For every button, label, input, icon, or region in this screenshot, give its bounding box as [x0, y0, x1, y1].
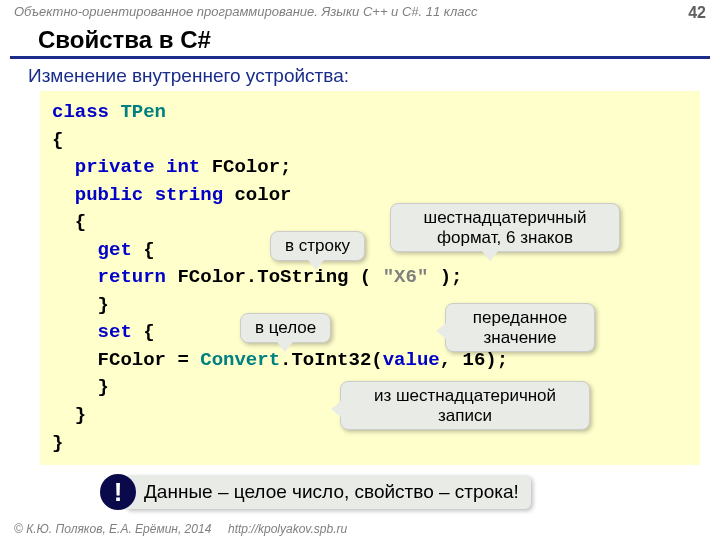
code-text: , 16); — [440, 349, 508, 371]
brace: } — [52, 430, 688, 458]
brace: { — [52, 127, 688, 155]
str-x6: "X6" — [383, 266, 429, 288]
page-number: 42 — [688, 4, 706, 22]
kw-value: value — [383, 349, 440, 371]
page-title: Свойства в C# — [10, 22, 710, 59]
copyright: © К.Ю. Поляков, Е.А. Ерёмин, 2014 — [14, 522, 211, 536]
callout-hex-format: шестнадцатеричный формат, 6 знаков — [390, 203, 620, 252]
callout-to-string: в строку — [270, 231, 365, 261]
brace: } — [98, 376, 109, 398]
kw-public-string: public string — [75, 184, 223, 206]
course-label: Объектно-ориентированное программировани… — [14, 4, 478, 22]
field-fcolor: FColor; — [200, 156, 291, 178]
code-text: ); — [428, 266, 462, 288]
callout-to-int: в целое — [240, 313, 331, 343]
kw-class: class — [52, 101, 109, 123]
kw-return: return — [98, 266, 166, 288]
callout-passed-value: переданное значение — [445, 303, 595, 352]
brace: } — [75, 404, 86, 426]
note-text: Данные – целое число, свойство – строка! — [124, 475, 531, 509]
kw-get: get — [98, 239, 132, 261]
cls-name: TPen — [109, 101, 166, 123]
brace: { — [75, 211, 86, 233]
slide-header: Объектно-ориентированное программировани… — [0, 0, 720, 22]
callout-from-hex: из шестнадцатеричной записи — [340, 381, 590, 430]
brace: { — [132, 239, 155, 261]
subtitle: Изменение внутреннего устройства: — [0, 65, 720, 87]
type-convert: Convert — [200, 349, 280, 371]
code-text: FColor.ToString ( — [166, 266, 383, 288]
prop-color: color — [223, 184, 291, 206]
kw-set: set — [98, 321, 132, 343]
code-block: class TPen { private int FColor; public … — [40, 91, 700, 465]
brace: { — [132, 321, 155, 343]
note-row: ! Данные – целое число, свойство – строк… — [100, 474, 531, 510]
footer-url: http://kpolyakov.spb.ru — [228, 522, 347, 536]
footer: © К.Ю. Поляков, Е.А. Ерёмин, 2014 http:/… — [14, 522, 347, 536]
brace: } — [98, 294, 109, 316]
code-text: .ToInt32( — [280, 349, 383, 371]
exclaim-icon: ! — [100, 474, 136, 510]
code-text: FColor = — [98, 349, 201, 371]
kw-private-int: private int — [75, 156, 200, 178]
